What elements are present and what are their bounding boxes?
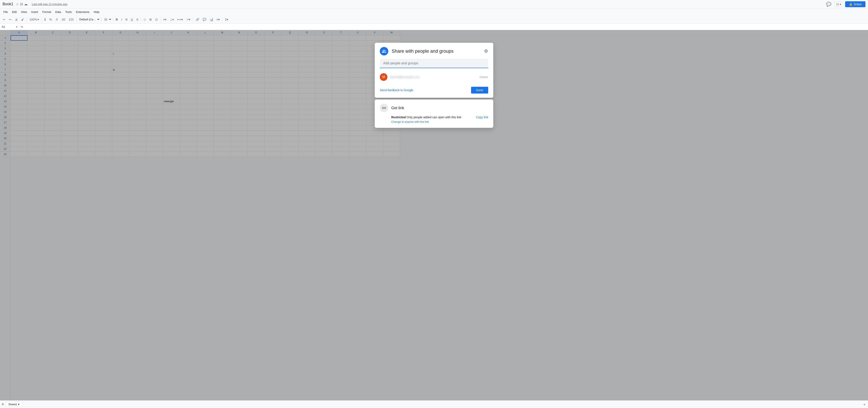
menu-insert[interactable]: Insert — [29, 9, 40, 14]
separator-1 — [27, 18, 27, 22]
undo-button[interactable]: ↩ — [2, 17, 7, 22]
filter-button[interactable]: ≡▾ — [215, 17, 221, 22]
valign-button[interactable]: ⊥▾ — [168, 17, 175, 22]
font-size-select[interactable]: 11 — [103, 17, 112, 22]
redo-button[interactable]: ↪ — [8, 17, 13, 22]
get-link-header: Get link — [380, 104, 488, 112]
link-info: Restricted Only people added can open wi… — [391, 116, 476, 124]
bold-button[interactable]: B — [115, 17, 119, 22]
decimal1-button[interactable]: .0 — [54, 17, 59, 22]
menu-edit[interactable]: Edit — [10, 9, 19, 14]
done-button[interactable]: Done — [471, 87, 488, 94]
zoom-label: 100% — [29, 18, 37, 21]
owner-row: M blurred@example.com Owner — [375, 71, 493, 84]
chart-button[interactable]: 📊 — [208, 17, 214, 22]
restricted-label: Restricted — [391, 116, 406, 119]
cloud-icon[interactable]: ☁ — [24, 2, 28, 6]
comment-button[interactable]: 💬 — [825, 1, 832, 8]
add-sheet-button[interactable]: ＋ — [863, 402, 866, 407]
separator-8 — [193, 18, 193, 22]
lock-icon: 🔒 — [849, 3, 852, 6]
formula-input[interactable] — [26, 25, 866, 28]
top-bar: Book1 ☆ ⊟ ☁ Last edit was 12 minutes ago… — [0, 0, 868, 8]
save-icon[interactable]: ⊟ — [20, 2, 23, 6]
get-link-body: Restricted Only people added can open wi… — [380, 116, 488, 124]
owner-avatar: M — [380, 73, 388, 81]
zoom-chevron-icon: ▾ — [37, 18, 39, 21]
modal-overlay: Share with people and groups ⚙ M blurred… — [0, 30, 868, 400]
sheets-menu-button[interactable]: ≡ — [2, 402, 4, 407]
link-svg-icon — [382, 105, 386, 110]
save-to-drive-button[interactable]: ⊡ ▾ — [834, 1, 843, 7]
menu-format[interactable]: Format — [41, 9, 53, 14]
get-link-section: Get link Restricted Only people added ca… — [375, 99, 493, 128]
underline-button[interactable]: U — [130, 17, 134, 22]
strikethrough-button[interactable]: S — [124, 17, 129, 22]
last-edit-label[interactable]: Last edit was 12 minutes ago — [32, 3, 67, 6]
dialog-title-text: Share with people and groups — [392, 49, 480, 54]
comment-toolbar-button[interactable]: 💬 — [202, 17, 208, 22]
spreadsheet-container: A B C D E F G H I J K L M N O P Q R S T … — [0, 30, 868, 400]
share-button[interactable]: 🔒 Share — [845, 1, 865, 7]
zoom-button[interactable]: 100% ▾ — [28, 17, 40, 22]
search-container — [375, 59, 493, 71]
paint-format-button[interactable]: 🖌 — [20, 17, 25, 22]
italic-button[interactable]: I — [120, 17, 123, 22]
copy-link-button[interactable]: Copy link — [476, 116, 488, 119]
percent-button[interactable]: % — [48, 17, 53, 22]
format123-button[interactable]: 123 — [67, 17, 75, 22]
dialog-header: Share with people and groups ⚙ — [375, 43, 493, 59]
change-link-button[interactable]: Change to anyone with the link — [391, 120, 429, 123]
restricted-desc: Only people added can open with this lin… — [406, 116, 461, 119]
halign-button[interactable]: ≡▾ — [162, 17, 167, 22]
document-title: Book1 — [3, 2, 13, 6]
share-people-icon — [380, 47, 388, 56]
cell-reference-input[interactable] — [2, 25, 14, 28]
menu-file[interactable]: File — [2, 9, 9, 14]
fill-color-button[interactable]: ◇ — [142, 17, 147, 22]
fx-icon: fx — [21, 25, 23, 28]
textwrap-button[interactable]: ⟺▾ — [176, 17, 184, 22]
rotate-button[interactable]: ↗▾ — [185, 17, 192, 22]
merge-button[interactable]: ⊡ — [154, 17, 159, 22]
share-dialog: Share with people and groups ⚙ M blurred… — [375, 43, 493, 98]
function-button[interactable]: Σ▾ — [224, 17, 230, 22]
font-select[interactable]: Default (Ca... — [78, 17, 100, 22]
link-button[interactable]: 🔗 — [194, 17, 200, 22]
search-input-wrapper — [380, 59, 488, 68]
title-icons: ☆ ⊟ ☁ — [16, 2, 28, 6]
separator-3 — [76, 18, 76, 22]
feedback-link[interactable]: Send feedback to Google — [380, 89, 413, 92]
currency-button[interactable]: $ — [43, 17, 47, 22]
get-link-title: Get link — [391, 106, 404, 110]
menu-tools[interactable]: Tools — [63, 9, 73, 14]
add-people-input[interactable] — [383, 61, 485, 65]
link-restricted-text: Restricted Only people added can open wi… — [391, 116, 476, 119]
share-label: Share — [854, 3, 862, 6]
settings-gear-icon[interactable]: ⚙ — [484, 49, 488, 54]
menu-view[interactable]: View — [19, 9, 29, 14]
decimal2-button[interactable]: .00 — [60, 17, 66, 22]
link-icon-circle — [380, 104, 388, 112]
owner-email: blurred@example.com — [390, 75, 477, 79]
star-icon[interactable]: ☆ — [16, 2, 19, 6]
print-button[interactable]: 🖨 — [13, 17, 19, 22]
borders-button[interactable]: ⊞ — [148, 17, 153, 22]
expand-icon: ▾ — [16, 25, 18, 28]
sheet-tab-label: Sheet1 — [8, 403, 17, 406]
sheet-tab-1[interactable]: Sheet1 ▾ — [6, 402, 22, 407]
owner-initial: M — [382, 75, 385, 79]
menu-data[interactable]: Data — [54, 9, 63, 14]
top-bar-right: 💬 ⊡ ▾ 🔒 Share — [825, 1, 865, 8]
dialog-footer: Send feedback to Google Done — [375, 84, 493, 98]
menu-help[interactable]: Help — [92, 9, 101, 14]
save-drive-icon: ⊡ — [836, 3, 839, 6]
chevron-down-icon: ▾ — [840, 3, 841, 6]
menu-bar: File Edit View Insert Format Data Tools … — [0, 8, 868, 15]
menu-extensions[interactable]: Extensions — [74, 9, 91, 14]
text-color-button[interactable]: A — [135, 17, 140, 22]
sheet-chevron-icon: ▾ — [18, 403, 20, 406]
toolbar: ↩ ↪ 🖨 🖌 100% ▾ $ % .0 .00 123 Default (C… — [0, 15, 868, 24]
separator-2 — [41, 18, 42, 22]
owner-label: Owner — [479, 75, 488, 79]
